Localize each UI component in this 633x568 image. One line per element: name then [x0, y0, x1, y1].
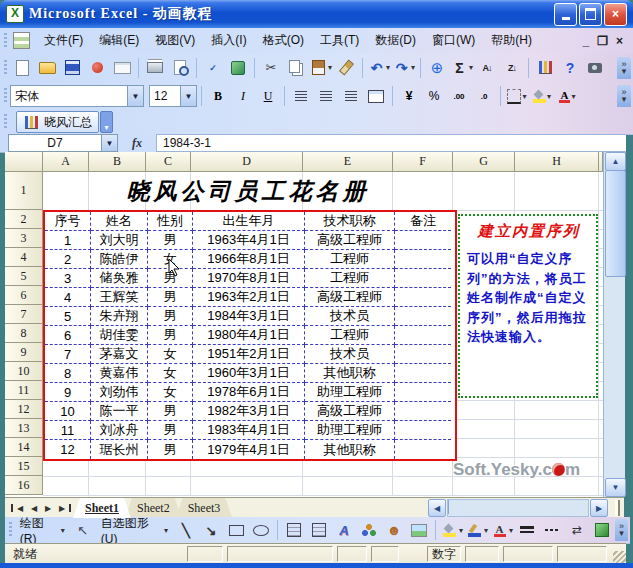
select-pointer-button[interactable]: ↖ — [71, 518, 95, 542]
cell-birth[interactable]: 1979年4月1日 — [193, 440, 305, 459]
cell-title[interactable]: 工程师 — [305, 250, 395, 269]
cell-birth[interactable]: 1970年8月1日 — [193, 269, 305, 288]
mail-button[interactable] — [110, 56, 134, 80]
cell-gender[interactable]: 男 — [148, 421, 193, 440]
cell-gender[interactable]: 男 — [148, 440, 193, 459]
restore-button[interactable] — [579, 3, 602, 26]
help-button[interactable]: ? — [558, 56, 582, 80]
minimize-button[interactable] — [554, 3, 577, 26]
scroll-up-button[interactable]: ▲ — [605, 152, 626, 171]
formula-input[interactable]: 1984-3-1 — [156, 134, 626, 152]
cell-title[interactable]: 其他职称 — [305, 440, 395, 459]
cell-name[interactable]: 刘大明 — [91, 231, 148, 250]
cell-gender[interactable]: 男 — [148, 231, 193, 250]
cell-remark[interactable] — [395, 288, 451, 307]
permission-button[interactable] — [85, 56, 109, 80]
column-header-h[interactable]: H — [515, 152, 599, 172]
toolbar-grip[interactable] — [4, 114, 7, 130]
cell-gender[interactable]: 男 — [148, 402, 193, 421]
cell-no[interactable]: 9 — [45, 383, 91, 402]
cell-remark[interactable] — [395, 231, 451, 250]
toolbar-options-arrow[interactable]: ▾ — [100, 111, 113, 133]
doc-close-button[interactable]: × — [616, 34, 623, 48]
chart-wizard-button[interactable] — [533, 56, 557, 80]
menu-help[interactable]: 帮助(H) — [483, 29, 540, 52]
toolbar-grip[interactable] — [9, 522, 12, 538]
font-color-button[interactable]: A▾ — [490, 518, 514, 542]
insert-function-button[interactable]: fx — [118, 134, 156, 152]
cell-name[interactable]: 茅嘉文 — [91, 345, 148, 364]
3d-style-button[interactable] — [590, 518, 614, 542]
column-header-a[interactable]: A — [43, 152, 89, 172]
select-all-corner[interactable] — [5, 152, 43, 172]
cell-title[interactable]: 助理工程师 — [305, 383, 395, 402]
redo-button[interactable]: ↷▾ — [392, 56, 416, 80]
table-header-cell[interactable]: 技术职称 — [305, 212, 395, 231]
dash-style-button[interactable] — [540, 518, 564, 542]
font-size-combo[interactable]: 12 ▼ — [149, 85, 197, 107]
toolbar-options-chevron[interactable]: »▾ — [615, 519, 628, 541]
font-color-button[interactable]: A▾ — [555, 84, 579, 108]
autosum-button[interactable]: Σ▾ — [450, 56, 474, 80]
wordart-button[interactable]: A — [332, 518, 356, 542]
name-box[interactable]: D7 — [8, 134, 102, 152]
cell-gender[interactable]: 女 — [148, 364, 193, 383]
row-header-15[interactable]: 15 — [5, 457, 43, 476]
rectangle-button[interactable] — [224, 518, 248, 542]
cell-remark[interactable] — [395, 326, 451, 345]
cell-birth[interactable]: 1983年4月1日 — [193, 421, 305, 440]
cell-title[interactable]: 高级工程师 — [305, 402, 395, 421]
cell-gender[interactable]: 男 — [148, 326, 193, 345]
cell-title[interactable]: 高级工程师 — [305, 231, 395, 250]
row-header-2[interactable]: 2 — [5, 210, 43, 229]
arrow-style-button[interactable]: ⇄ — [565, 518, 589, 542]
bold-button[interactable]: B — [206, 84, 230, 108]
horizontal-scroll-track[interactable] — [447, 499, 589, 517]
column-header-b[interactable]: B — [89, 152, 146, 172]
cell-no[interactable]: 3 — [45, 269, 91, 288]
menu-tools[interactable]: 工具(T) — [312, 29, 367, 52]
merge-center-button[interactable] — [364, 84, 388, 108]
xiaofeng-summary-button[interactable]: 晓风汇总 — [16, 111, 99, 133]
column-header-f[interactable]: F — [393, 152, 453, 172]
row-header-10[interactable]: 10 — [5, 362, 43, 381]
cell-name[interactable]: 刘劲伟 — [91, 383, 148, 402]
row-header-8[interactable]: 8 — [5, 324, 43, 343]
new-button[interactable] — [10, 56, 34, 80]
align-right-button[interactable] — [339, 84, 363, 108]
underline-button[interactable]: U — [256, 84, 280, 108]
clip-art-button[interactable]: ☻ — [382, 518, 406, 542]
close-button[interactable]: × — [604, 3, 627, 26]
cell-no[interactable]: 11 — [45, 421, 91, 440]
name-box-dropdown[interactable]: ▼ — [102, 134, 118, 152]
line-color-button[interactable]: ▾ — [465, 518, 489, 542]
cell-title[interactable]: 技术员 — [305, 307, 395, 326]
cell-no[interactable]: 1 — [45, 231, 91, 250]
camera-button[interactable] — [583, 56, 607, 80]
cell-remark[interactable] — [395, 345, 451, 364]
cell-no[interactable]: 6 — [45, 326, 91, 345]
cell-name[interactable]: 王辉笑 — [91, 288, 148, 307]
cell-no[interactable]: 5 — [45, 307, 91, 326]
cell-name[interactable]: 朱卉翔 — [91, 307, 148, 326]
cell-no[interactable]: 4 — [45, 288, 91, 307]
note-text-box[interactable]: 建立内置序列 可以用“自定义序列”的方法，将员工姓名制作成“自定义序列”，然后用… — [458, 214, 598, 398]
cell-name[interactable]: 储奂雅 — [91, 269, 148, 288]
table-header-cell[interactable]: 备注 — [395, 212, 451, 231]
last-tab-button[interactable]: ▶ — [55, 504, 71, 512]
row-header-11[interactable]: 11 — [5, 381, 43, 400]
paste-button[interactable]: ▾ — [309, 56, 333, 80]
table-header-cell[interactable]: 性别 — [148, 212, 193, 231]
cell-remark[interactable] — [395, 307, 451, 326]
vertical-scroll-thumb[interactable] — [605, 170, 626, 277]
tab-sheet1[interactable]: Sheet1 — [73, 498, 131, 518]
toolbar-options-chevron[interactable]: »▾ — [617, 85, 631, 107]
cell-gender[interactable]: 女 — [148, 383, 193, 402]
column-header-d[interactable]: D — [191, 152, 303, 172]
menu-window[interactable]: 窗口(W) — [424, 29, 483, 52]
column-header-e[interactable]: E — [303, 152, 393, 172]
cell-remark[interactable] — [395, 269, 451, 288]
cell-no[interactable]: 8 — [45, 364, 91, 383]
line-button[interactable]: ╲ — [174, 518, 198, 542]
cell-birth[interactable]: 1951年2月1日 — [193, 345, 305, 364]
